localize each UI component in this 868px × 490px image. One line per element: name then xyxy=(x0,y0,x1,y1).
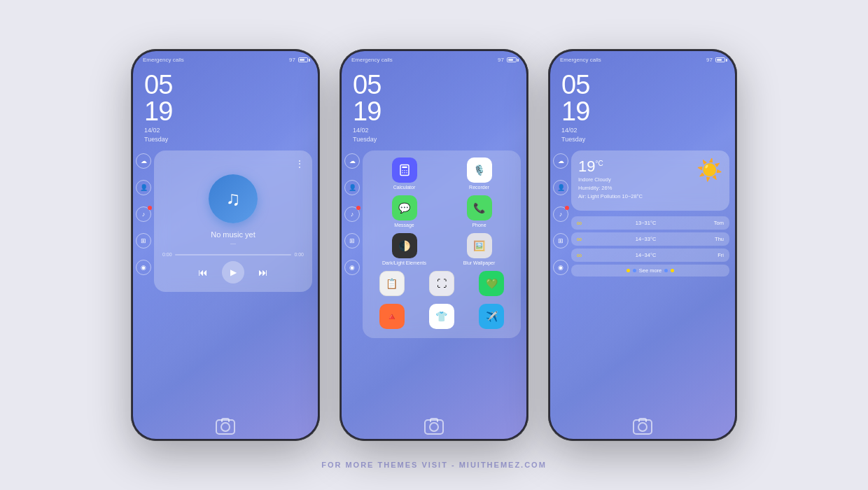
next-button[interactable]: ⏭ xyxy=(258,267,268,278)
weather-icon: ☀️ xyxy=(696,158,722,182)
notes-icon: 📋 xyxy=(379,271,405,296)
dots-menu[interactable]: ⋮ xyxy=(295,159,304,169)
recorder-label: Recorder xyxy=(469,185,489,190)
forecast-temp-tom: 13~31°C xyxy=(586,220,706,226)
apps-grid: Calculator 🎙️ Recorder xyxy=(363,150,521,338)
phone-label: Phone xyxy=(472,223,486,227)
music-controls: ⏮ ▶ ⏭ xyxy=(162,261,304,284)
recorder-icon: 🎙️ xyxy=(467,158,492,183)
widget-area-2: Calculator 🎙️ Recorder xyxy=(363,148,526,415)
app-shirt[interactable]: 👕 xyxy=(419,304,463,331)
apps-row-1: Calculator 🎙️ Recorder xyxy=(370,158,514,190)
sidebar-music-3[interactable]: ♪ xyxy=(553,206,568,222)
bottom-camera-1 xyxy=(133,415,318,439)
forecast-icon-thu: ∞ xyxy=(577,235,582,243)
dot-4 xyxy=(671,269,674,272)
app-calculator[interactable]: Calculator xyxy=(370,158,439,190)
calculator-label: Calculator xyxy=(393,185,416,190)
battery-text-2: 97 xyxy=(498,57,504,63)
battery-text-1: 97 xyxy=(289,57,295,63)
phone-1: Emergency calls 97 05 19 14/02 Tuesday xyxy=(131,49,320,441)
see-more-row[interactable]: See more xyxy=(571,265,729,276)
app-expand[interactable]: ⛶ xyxy=(419,271,463,298)
watermark: FOR MORE THEMES VISIT - MIUITHEMEZ.COM xyxy=(321,461,547,469)
app-whatsapp[interactable]: 💚 xyxy=(470,271,514,298)
calculator-icon xyxy=(392,158,417,183)
progress-bar[interactable] xyxy=(175,254,292,255)
forecast-thu: ∞ 14~33°C Thu xyxy=(571,232,729,246)
music-note-icon: ♫ xyxy=(226,188,241,210)
sidebar-cloud-3[interactable]: ☁ xyxy=(553,153,568,169)
sidebar-cloud-2[interactable]: ☁ xyxy=(344,153,360,169)
message-icon: 💬 xyxy=(392,195,417,220)
bottom-camera-3 xyxy=(550,415,735,439)
app-phone[interactable]: 📞 Phone xyxy=(444,195,514,227)
no-music-label: No music yet xyxy=(162,230,304,239)
sidebar-person-2[interactable]: 👤 xyxy=(344,180,360,195)
sidebar-face-2[interactable]: ◉ xyxy=(344,260,360,275)
left-sidebar-2: ☁ 👤 ♪ ⊞ ◉ xyxy=(342,148,363,415)
apps-row-3: 🌓 Dark/Light Elements 🖼️ Blur Wallpaper xyxy=(370,233,514,265)
forecast-icon-fri: ∞ xyxy=(577,251,582,259)
shirt-icon: 👕 xyxy=(429,304,454,329)
telegram-icon: ✈️ xyxy=(479,304,504,329)
clock-time-1: 05 19 xyxy=(144,71,307,125)
app-files[interactable]: 🔺 xyxy=(370,304,414,331)
sidebar-grid-2[interactable]: ⊞ xyxy=(344,233,360,248)
sidebar-music-1[interactable]: ♪ xyxy=(136,206,151,222)
weather-temp: 19°C xyxy=(578,158,643,176)
files-icon: 🔺 xyxy=(379,304,405,329)
sidebar-face-3[interactable]: ◉ xyxy=(553,260,568,275)
svg-point-5 xyxy=(402,172,403,174)
app-notes[interactable]: 📋 xyxy=(370,271,414,298)
darklight-icon: 🌓 xyxy=(392,233,417,258)
sidebar-music-2[interactable]: ♪ xyxy=(344,206,360,222)
forecast-temp-fri: 14~34°C xyxy=(586,252,706,258)
sidebar-face-1[interactable]: ◉ xyxy=(136,260,151,275)
svg-point-6 xyxy=(404,172,405,174)
status-bar-2: Emergency calls 97 xyxy=(342,51,526,66)
camera-icon-2[interactable] xyxy=(424,419,444,435)
apps-row-2: 💬 Message 📞 Phone xyxy=(370,195,514,227)
message-label: Message xyxy=(394,223,414,227)
forecast-temp-thu: 14~33°C xyxy=(586,236,706,242)
prev-button[interactable]: ⏮ xyxy=(198,267,208,278)
app-darklight[interactable]: 🌓 Dark/Light Elements xyxy=(370,233,439,265)
app-recorder[interactable]: 🎙️ Recorder xyxy=(444,158,514,190)
sidebar-person-1[interactable]: 👤 xyxy=(136,180,151,195)
weather-main: 19°C Indore Cloudy Humidity: 26% Air: Li… xyxy=(578,158,722,201)
phone-2: Emergency calls 97 05 19 14/02 Tuesday xyxy=(340,49,528,441)
sidebar-grid-3[interactable]: ⊞ xyxy=(553,233,568,248)
phone-content-3: ☁ 👤 ♪ ⊞ ◉ 19°C Indore Cloudy xyxy=(550,148,735,415)
sidebar-person-3[interactable]: 👤 xyxy=(553,180,568,195)
music-icon-large: ♫ xyxy=(209,174,258,223)
svg-rect-1 xyxy=(402,167,407,168)
svg-point-7 xyxy=(406,172,407,174)
expand-icon: ⛶ xyxy=(429,271,454,296)
status-bar-1: Emergency calls 97 xyxy=(133,51,318,66)
left-sidebar-1: ☁ 👤 ♪ ⊞ ◉ xyxy=(133,148,154,415)
sidebar-cloud-1[interactable]: ☁ xyxy=(136,153,151,169)
bottom-camera-2 xyxy=(342,415,526,439)
app-message[interactable]: 💬 Message xyxy=(370,195,439,227)
battery-icon-1 xyxy=(298,57,308,62)
emergency-text-2: Emergency calls xyxy=(351,57,393,63)
app-telegram[interactable]: ✈️ xyxy=(470,304,514,331)
clock-1: 05 19 14/02 Tuesday xyxy=(133,66,318,148)
whatsapp-icon: 💚 xyxy=(479,271,504,296)
widget-area-3: 19°C Indore Cloudy Humidity: 26% Air: Li… xyxy=(571,148,735,415)
camera-icon-1[interactable] xyxy=(216,419,235,435)
dot-2 xyxy=(633,269,636,272)
dot-3 xyxy=(664,269,668,272)
music-widget: ⋮ ♫ No music yet — 0:00 0:00 xyxy=(154,150,312,292)
forecast-fri: ∞ 14~34°C Fri xyxy=(571,248,729,262)
apps-row-5: 🔺 👕 xyxy=(370,304,514,331)
play-button[interactable]: ▶ xyxy=(222,261,244,284)
clock-date-1: 14/02 Tuesday xyxy=(144,126,307,144)
sidebar-grid-1[interactable]: ⊞ xyxy=(136,233,151,248)
camera-icon-3[interactable] xyxy=(633,419,652,435)
music-widget-header: ⋮ xyxy=(162,159,304,169)
forecast-icon-tom: ∞ xyxy=(577,219,582,227)
app-blur[interactable]: 🖼️ Blur Wallpaper xyxy=(444,233,514,265)
forecast-day-thu: Thu xyxy=(710,236,724,242)
